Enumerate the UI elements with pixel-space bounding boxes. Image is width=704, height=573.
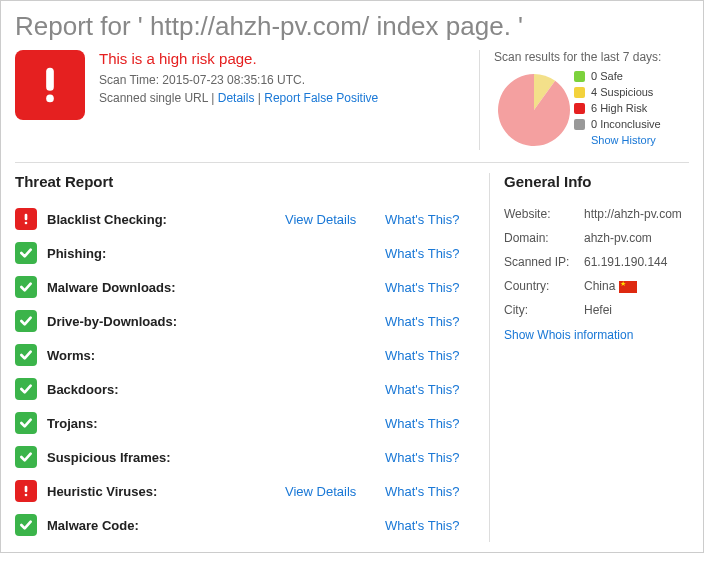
check-icon bbox=[15, 412, 37, 434]
view-details-link[interactable]: View Details bbox=[285, 212, 356, 227]
threat-name: Heuristic Viruses: bbox=[47, 484, 285, 499]
whats-this-link[interactable]: What's This? bbox=[385, 212, 460, 227]
scan-links: Scanned single URL | Details | Report Fa… bbox=[99, 91, 378, 105]
whats-this-link[interactable]: What's This? bbox=[385, 518, 460, 533]
svg-rect-5 bbox=[25, 494, 28, 497]
whats-this-link[interactable]: What's This? bbox=[385, 450, 460, 465]
threat-report-section: Threat Report Blacklist Checking:View De… bbox=[15, 173, 489, 542]
threat-name: Malware Code: bbox=[47, 518, 285, 533]
square-icon bbox=[574, 71, 585, 82]
lower-section: Threat Report Blacklist Checking:View De… bbox=[15, 173, 689, 542]
threat-row: Suspicious Iframes:What's This? bbox=[15, 440, 475, 474]
check-icon bbox=[15, 378, 37, 400]
square-icon bbox=[574, 87, 585, 98]
threat-name: Drive-by-Downloads: bbox=[47, 314, 285, 329]
check-icon bbox=[15, 344, 37, 366]
threat-row: Malware Downloads:What's This? bbox=[15, 270, 475, 304]
threat-name: Backdoors: bbox=[47, 382, 285, 397]
threat-row: Heuristic Viruses:View DetailsWhat's Thi… bbox=[15, 474, 475, 508]
summary-left: This is a high risk page. Scan Time: 201… bbox=[15, 50, 479, 150]
info-row-scanned-ip: Scanned IP:61.191.190.144 bbox=[504, 250, 689, 274]
threat-row: Trojans:What's This? bbox=[15, 406, 475, 440]
check-icon bbox=[15, 446, 37, 468]
legend-item-safe: 0 Safe bbox=[574, 70, 661, 82]
svg-rect-0 bbox=[46, 68, 54, 91]
whats-this-link[interactable]: What's This? bbox=[385, 484, 460, 499]
whats-this-link[interactable]: What's This? bbox=[385, 246, 460, 261]
threat-name: Trojans: bbox=[47, 416, 285, 431]
scan-results-panel: Scan results for the last 7 days: 0 Safe… bbox=[479, 50, 689, 150]
threat-row: Malware Code:What's This? bbox=[15, 508, 475, 542]
whats-this-link[interactable]: What's This? bbox=[385, 382, 460, 397]
check-icon bbox=[15, 242, 37, 264]
threat-name: Worms: bbox=[47, 348, 285, 363]
threat-row: Blacklist Checking:View DetailsWhat's Th… bbox=[15, 202, 475, 236]
threat-report-title: Threat Report bbox=[15, 173, 475, 190]
info-row-website: Website:http://ahzh-pv.com bbox=[504, 202, 689, 226]
check-icon bbox=[15, 514, 37, 536]
square-icon bbox=[574, 103, 585, 114]
info-row-city: City:Hefei bbox=[504, 298, 689, 322]
general-info-section: General Info Website:http://ahzh-pv.com … bbox=[489, 173, 689, 542]
threat-name: Malware Downloads: bbox=[47, 280, 285, 295]
svg-rect-1 bbox=[46, 95, 54, 103]
whats-this-link[interactable]: What's This? bbox=[385, 416, 460, 431]
view-details-link[interactable]: View Details bbox=[285, 484, 356, 499]
info-row-country: Country:China bbox=[504, 274, 689, 298]
check-icon bbox=[15, 276, 37, 298]
summary-section: This is a high risk page. Scan Time: 201… bbox=[15, 50, 689, 163]
threat-row: Drive-by-Downloads:What's This? bbox=[15, 304, 475, 338]
whats-this-link[interactable]: What's This? bbox=[385, 280, 460, 295]
legend-item-highrisk: 6 High Risk bbox=[574, 102, 661, 114]
legend-item-inconclusive: 0 Inconclusive bbox=[574, 118, 661, 130]
warn-icon bbox=[15, 208, 37, 230]
page-title: Report for ' http://ahzh-pv.com/ index p… bbox=[15, 11, 689, 42]
whois-link[interactable]: Show Whois information bbox=[504, 328, 689, 342]
details-link[interactable]: Details bbox=[218, 91, 255, 105]
threat-name: Suspicious Iframes: bbox=[47, 450, 285, 465]
threat-row: Phishing:What's This? bbox=[15, 236, 475, 270]
legend-item-suspicious: 4 Suspicious bbox=[574, 86, 661, 98]
summary-text: This is a high risk page. Scan Time: 201… bbox=[99, 50, 378, 150]
scan-time: Scan Time: 2015-07-23 08:35:16 UTC. bbox=[99, 73, 378, 87]
whats-this-link[interactable]: What's This? bbox=[385, 314, 460, 329]
svg-rect-3 bbox=[25, 222, 28, 225]
threat-row: Worms:What's This? bbox=[15, 338, 475, 372]
threat-name: Blacklist Checking: bbox=[47, 212, 285, 227]
svg-rect-2 bbox=[25, 214, 28, 221]
general-info-title: General Info bbox=[504, 173, 689, 190]
square-icon bbox=[574, 119, 585, 130]
warn-icon bbox=[15, 480, 37, 502]
flag-icon bbox=[619, 281, 637, 293]
whats-this-link[interactable]: What's This? bbox=[385, 348, 460, 363]
threat-row: Backdoors:What's This? bbox=[15, 372, 475, 406]
scan-results-title: Scan results for the last 7 days: bbox=[494, 50, 689, 64]
report-false-positive-link[interactable]: Report False Positive bbox=[264, 91, 378, 105]
check-icon bbox=[15, 310, 37, 332]
show-history-link[interactable]: Show History bbox=[591, 134, 656, 146]
warning-icon bbox=[15, 50, 85, 120]
report-container: Report for ' http://ahzh-pv.com/ index p… bbox=[0, 0, 704, 553]
scan-results-pie-chart bbox=[494, 70, 574, 150]
info-row-domain: Domain:ahzh-pv.com bbox=[504, 226, 689, 250]
threat-name: Phishing: bbox=[47, 246, 285, 261]
svg-rect-4 bbox=[25, 486, 28, 493]
scanned-url-label: Scanned single URL bbox=[99, 91, 208, 105]
risk-message: This is a high risk page. bbox=[99, 50, 378, 67]
legend: 0 Safe 4 Suspicious 6 High Risk 0 Inconc… bbox=[574, 70, 661, 146]
